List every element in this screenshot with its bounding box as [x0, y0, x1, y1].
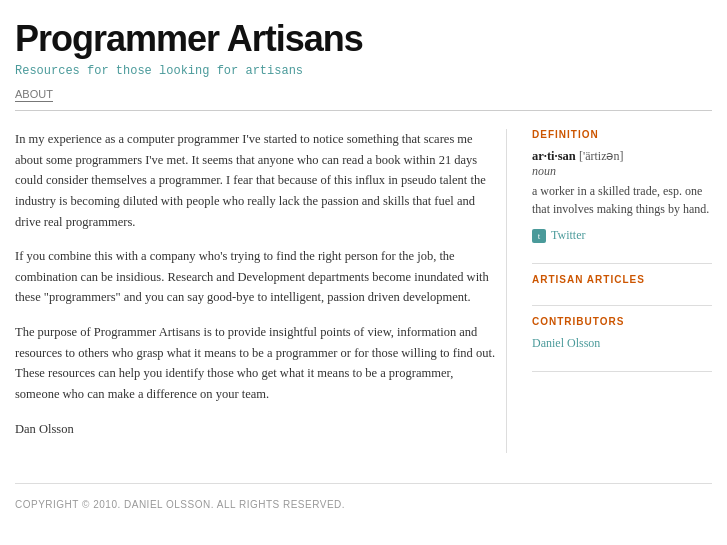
footer: COPYRIGHT © 2010. DANIEL OLSSON. ALL RIG…	[15, 483, 712, 524]
twitter-link[interactable]: t Twitter	[532, 228, 712, 243]
articles-heading: ARTISAN ARTICLES	[532, 274, 712, 285]
contributor-link[interactable]: Daniel Olsson	[532, 336, 600, 350]
sidebar-divider-1	[532, 263, 712, 264]
articles-section: ARTISAN ARTICLES	[532, 274, 712, 285]
about-nav-link[interactable]: ABOUT	[15, 88, 53, 102]
definition-pronunciation: ['ärtizən]	[579, 149, 623, 163]
sidebar-divider-2	[532, 305, 712, 306]
definition-heading: DEFINITION	[532, 129, 712, 140]
main-content: In my experience as a computer programme…	[15, 129, 507, 453]
twitter-icon: t	[532, 229, 546, 243]
paragraph-3: The purpose of Programmer Artisans is to…	[15, 322, 496, 405]
definition-pos: noun	[532, 164, 712, 179]
contributors-heading: CONTRIBUTORS	[532, 316, 712, 327]
definition-section: DEFINITION ar·ti·san ['ärtizən] noun a w…	[532, 129, 712, 243]
contributors-section: CONTRIBUTORS Daniel Olsson	[532, 316, 712, 351]
twitter-label: Twitter	[551, 228, 585, 243]
sidebar: DEFINITION ar·ti·san ['ärtizən] noun a w…	[527, 129, 712, 453]
site-title: Programmer Artisans	[15, 18, 712, 60]
paragraph-4: Dan Olsson	[15, 419, 496, 440]
sidebar-divider-3	[532, 371, 712, 372]
footer-text: COPYRIGHT © 2010. DANIEL OLSSON. ALL RIG…	[15, 499, 345, 510]
definition-text: a worker in a skilled trade, esp. one th…	[532, 182, 712, 218]
tagline: Resources for those looking for artisans	[15, 64, 712, 78]
definition-term: ar·ti·san	[532, 149, 576, 163]
paragraph-1: In my experience as a computer programme…	[15, 129, 496, 232]
paragraph-2: If you combine this with a company who's…	[15, 246, 496, 308]
